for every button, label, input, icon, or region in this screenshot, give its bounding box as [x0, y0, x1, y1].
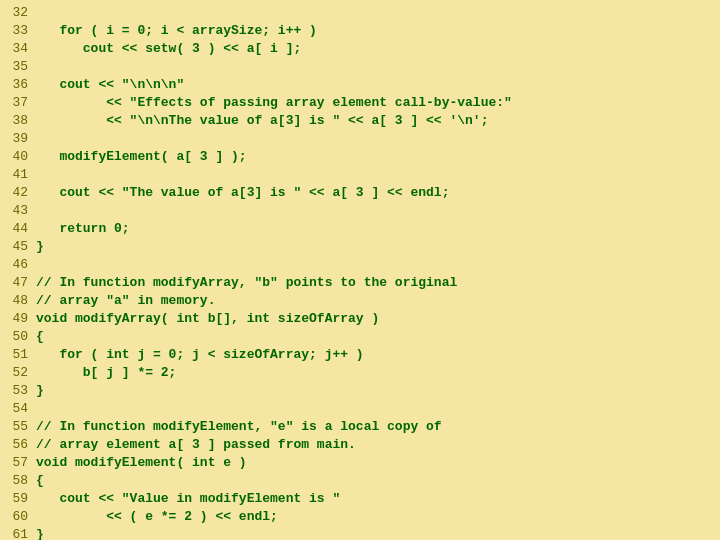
- line-number: 46: [0, 256, 36, 274]
- line-content: b[ j ] *= 2;: [36, 364, 720, 382]
- line-content: void modifyElement( int e ): [36, 454, 720, 472]
- code-line: 53}: [0, 382, 720, 400]
- code-line: 59 cout << "Value in modifyElement is ": [0, 490, 720, 508]
- line-number: 35: [0, 58, 36, 76]
- line-number: 51: [0, 346, 36, 364]
- code-line: 49void modifyArray( int b[], int sizeOfA…: [0, 310, 720, 328]
- line-content: cout << "Value in modifyElement is ": [36, 490, 720, 508]
- line-number: 48: [0, 292, 36, 310]
- line-number: 47: [0, 274, 36, 292]
- code-line: 47// In function modifyArray, "b" points…: [0, 274, 720, 292]
- line-number: 38: [0, 112, 36, 130]
- line-number: 50: [0, 328, 36, 346]
- code-line: 57void modifyElement( int e ): [0, 454, 720, 472]
- line-number: 42: [0, 184, 36, 202]
- code-viewer: 3233 for ( i = 0; i < arraySize; i++ )34…: [0, 0, 720, 540]
- code-line: 38 << "\n\nThe value of a[3] is " << a[ …: [0, 112, 720, 130]
- line-content: for ( int j = 0; j < sizeOfArray; j++ ): [36, 346, 720, 364]
- line-number: 52: [0, 364, 36, 382]
- line-number: 60: [0, 508, 36, 526]
- code-line: 39: [0, 130, 720, 148]
- line-number: 57: [0, 454, 36, 472]
- line-number: 41: [0, 166, 36, 184]
- line-number: 45: [0, 238, 36, 256]
- line-content: << ( e *= 2 ) << endl;: [36, 508, 720, 526]
- code-line: 32: [0, 4, 720, 22]
- code-line: 35: [0, 58, 720, 76]
- code-line: 50{: [0, 328, 720, 346]
- line-content: cout << "The value of a[3] is " << a[ 3 …: [36, 184, 720, 202]
- line-number: 32: [0, 4, 36, 22]
- line-content: {: [36, 328, 720, 346]
- line-content: }: [36, 382, 720, 400]
- line-number: 61: [0, 526, 36, 540]
- line-content: // array "a" in memory.: [36, 292, 720, 310]
- code-line: 60 << ( e *= 2 ) << endl;: [0, 508, 720, 526]
- code-line: 61}: [0, 526, 720, 540]
- line-number: 36: [0, 76, 36, 94]
- code-line: 55// In function modifyElement, "e" is a…: [0, 418, 720, 436]
- line-content: // In function modifyElement, "e" is a l…: [36, 418, 720, 436]
- line-content: }: [36, 526, 720, 540]
- line-content: // array element a[ 3 ] passed from main…: [36, 436, 720, 454]
- code-line: 34 cout << setw( 3 ) << a[ i ];: [0, 40, 720, 58]
- line-number: 43: [0, 202, 36, 220]
- line-number: 56: [0, 436, 36, 454]
- line-number: 54: [0, 400, 36, 418]
- code-line: 43: [0, 202, 720, 220]
- line-content: }: [36, 238, 720, 256]
- line-content: // In function modifyArray, "b" points t…: [36, 274, 720, 292]
- line-content: for ( i = 0; i < arraySize; i++ ): [36, 22, 720, 40]
- code-line: 40 modifyElement( a[ 3 ] );: [0, 148, 720, 166]
- code-line: 44 return 0;: [0, 220, 720, 238]
- line-number: 37: [0, 94, 36, 112]
- code-line: 41: [0, 166, 720, 184]
- code-line: 54: [0, 400, 720, 418]
- line-content: << "\n\nThe value of a[3] is " << a[ 3 ]…: [36, 112, 720, 130]
- line-number: 39: [0, 130, 36, 148]
- line-content: return 0;: [36, 220, 720, 238]
- line-number: 55: [0, 418, 36, 436]
- code-line: 56// array element a[ 3 ] passed from ma…: [0, 436, 720, 454]
- line-number: 59: [0, 490, 36, 508]
- line-content: modifyElement( a[ 3 ] );: [36, 148, 720, 166]
- line-number: 49: [0, 310, 36, 328]
- code-line: 37 << "Effects of passing array element …: [0, 94, 720, 112]
- code-line: 51 for ( int j = 0; j < sizeOfArray; j++…: [0, 346, 720, 364]
- code-line: 42 cout << "The value of a[3] is " << a[…: [0, 184, 720, 202]
- code-line: 45}: [0, 238, 720, 256]
- line-number: 53: [0, 382, 36, 400]
- code-line: 36 cout << "\n\n\n": [0, 76, 720, 94]
- line-content: void modifyArray( int b[], int sizeOfArr…: [36, 310, 720, 328]
- line-number: 58: [0, 472, 36, 490]
- line-content: cout << setw( 3 ) << a[ i ];: [36, 40, 720, 58]
- code-line: 58{: [0, 472, 720, 490]
- line-content: {: [36, 472, 720, 490]
- line-content: << "Effects of passing array element cal…: [36, 94, 720, 112]
- line-content: cout << "\n\n\n": [36, 76, 720, 94]
- code-line: 52 b[ j ] *= 2;: [0, 364, 720, 382]
- line-number: 44: [0, 220, 36, 238]
- code-line: 48// array "a" in memory.: [0, 292, 720, 310]
- code-line: 33 for ( i = 0; i < arraySize; i++ ): [0, 22, 720, 40]
- line-number: 34: [0, 40, 36, 58]
- line-number: 40: [0, 148, 36, 166]
- code-line: 46: [0, 256, 720, 274]
- line-number: 33: [0, 22, 36, 40]
